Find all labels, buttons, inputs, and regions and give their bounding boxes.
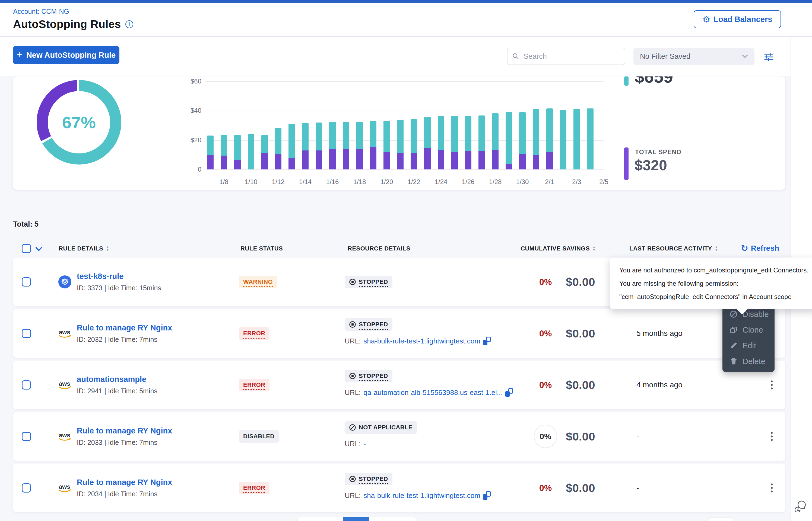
cumulative-savings-value: 0% <box>539 277 552 287</box>
x-tick: 1/26 <box>457 174 479 186</box>
x-tick: 1/16 <box>322 174 343 186</box>
last-activity-value: - <box>636 483 639 492</box>
bar-1/8 <box>221 135 227 169</box>
resource-status-badge: STOPPED <box>345 473 392 485</box>
total-spend-value: $320 <box>635 157 667 174</box>
sort-icon[interactable]: ▲▼ <box>593 246 596 252</box>
aws-icon: aws <box>58 431 72 441</box>
search-box <box>507 48 625 65</box>
select-menu-chevron-icon[interactable] <box>35 247 42 252</box>
row-checkbox[interactable] <box>22 329 31 338</box>
account-breadcrumb[interactable]: Account: CCM-NG <box>13 7 69 16</box>
search-input[interactable] <box>523 52 620 61</box>
last-activity-value: 4 months ago <box>636 381 683 389</box>
row-checkbox[interactable] <box>22 277 31 287</box>
new-autostopping-rule-button[interactable]: + New AutoStopping Rule <box>13 46 120 64</box>
kubernetes-icon: ☸ <box>58 275 71 289</box>
x-tick: 1/14 <box>295 174 316 186</box>
load-balancers-label: Load Balancers <box>713 15 772 24</box>
row-actions-kebab-icon[interactable] <box>769 482 774 494</box>
copy-icon[interactable] <box>483 491 491 500</box>
savings-donut-chart: 67% <box>37 80 121 164</box>
rule-name-link[interactable]: Rule to manage RY Nginx <box>77 478 172 487</box>
rule-name-link[interactable]: test-k8s-rule <box>77 272 161 281</box>
saved-filter-value: No Filter Saved <box>640 52 690 61</box>
filter-panel-icon[interactable] <box>764 52 774 63</box>
resource-url-link[interactable]: qa-automation-alb-515563988.us-east-1.el… <box>363 388 503 397</box>
bar-1/27 <box>478 115 485 169</box>
svg-text:aws: aws <box>59 483 70 490</box>
bar-1/21 <box>397 120 404 169</box>
saved-filter-dropdown[interactable]: No Filter Saved <box>634 48 754 65</box>
toolbar: + New AutoStopping Rule No Filter Saved <box>0 37 791 76</box>
rule-meta: ID: 2033 | Idle Time: 7mins <box>77 438 172 447</box>
row-actions-kebab-icon[interactable] <box>769 379 774 391</box>
x-tick: 1/24 <box>430 174 452 186</box>
menu-item-edit[interactable]: Edit <box>723 338 774 354</box>
row-checkbox[interactable] <box>22 380 31 389</box>
pagination[interactable] <box>297 517 417 521</box>
resource-url-link[interactable]: sha-bulk-rule-test-1.lightwingtest.com <box>363 492 480 500</box>
rule-name-link[interactable]: automationsample <box>77 375 157 384</box>
bar-1/19 <box>370 121 377 169</box>
donut-hole: 67% <box>48 91 110 154</box>
resource-status-badge: NOT APPLICABLE <box>345 421 417 434</box>
bar-1/7 <box>207 136 214 169</box>
menu-item-clone[interactable]: Clone <box>723 322 774 338</box>
bar-1/18 <box>356 122 363 169</box>
rule-status-badge: ERROR <box>239 379 270 391</box>
bar-1/30 <box>519 112 526 169</box>
copy-icon[interactable] <box>483 337 491 345</box>
url-prefix: URL: <box>345 388 361 397</box>
chat-support-icon[interactable] <box>795 499 808 514</box>
bar-plot: $60 $40 $20 0 1/81/101/121/141/161/181/2… <box>206 81 604 169</box>
row-checkbox[interactable] <box>22 483 31 493</box>
title-row: AutoStopping Rules i <box>13 18 133 31</box>
new-rule-label: New AutoStopping Rule <box>26 51 115 60</box>
page-header: Account: CCM-NG AutoStopping Rules i ⚙ L… <box>0 3 812 36</box>
cumulative-savings-value: 0% <box>539 380 552 390</box>
refresh-button[interactable]: ↻ Refresh <box>741 244 779 253</box>
page-size-selector[interactable] <box>709 517 734 521</box>
rule-meta: ID: 2032 | Idle Time: 7mins <box>77 336 172 343</box>
url-prefix: URL: <box>345 440 361 448</box>
resource-status-badge: STOPPED <box>345 318 392 331</box>
bar-1/16 <box>329 122 336 169</box>
cumulative-savings-value: 0% <box>539 329 552 339</box>
col-last-resource-activity: LAST RESOURCE ACTIVITY ▲▼ <box>629 245 718 252</box>
rule-name-link[interactable]: Rule to manage RY Nginx <box>77 426 172 435</box>
menu-item-delete[interactable]: Delete <box>723 354 774 369</box>
sort-icon[interactable]: ▲▼ <box>106 246 109 252</box>
top-accent-bar <box>0 0 812 3</box>
aws-icon: aws <box>58 380 72 390</box>
rule-meta: ID: 2034 | Idle Time: 7mins <box>77 490 172 498</box>
stopped-icon <box>349 475 356 482</box>
info-icon[interactable]: i <box>125 20 133 28</box>
spend-value: $0.00 <box>566 327 595 340</box>
resource-status-badge: STOPPED <box>345 276 392 288</box>
rule-name-link[interactable]: Rule to manage RY Nginx <box>77 323 172 332</box>
resource-url-link[interactable]: sha-bulk-rule-test-1.lightwingtest.com <box>363 337 480 345</box>
plus-icon: + <box>17 49 23 61</box>
bar-2/2 <box>560 110 567 169</box>
select-all-checkbox[interactable] <box>22 244 31 253</box>
bar-1/28 <box>492 113 498 169</box>
stopped-icon <box>349 372 356 380</box>
copy-icon[interactable] <box>505 388 513 397</box>
not-applicable-icon <box>349 424 356 431</box>
table-row: ☸ aws Rule to manage RY Nginx ID: 2033 |… <box>13 412 785 461</box>
table-row: ☸ aws Rule to manage RY Nginx ID: 2032 |… <box>13 309 785 358</box>
sort-icon[interactable]: ▲▼ <box>715 246 718 252</box>
load-balancers-button[interactable]: ⚙ Load Balancers <box>694 10 781 28</box>
x-tick: 1/8 <box>213 174 235 186</box>
bar-2/3 <box>574 109 580 169</box>
pagination-active-page[interactable] <box>343 517 369 521</box>
col-rule-status: RULE STATUS <box>240 245 283 252</box>
row-actions-kebab-icon[interactable] <box>769 430 774 443</box>
aws-icon: aws <box>58 483 72 493</box>
resource-url-link[interactable]: - <box>363 440 366 448</box>
search-icon <box>512 52 519 60</box>
rule-meta: ID: 3373 | Idle Time: 15mins <box>77 284 161 292</box>
row-checkbox[interactable] <box>22 432 31 441</box>
x-tick: 2/5 <box>593 174 615 186</box>
